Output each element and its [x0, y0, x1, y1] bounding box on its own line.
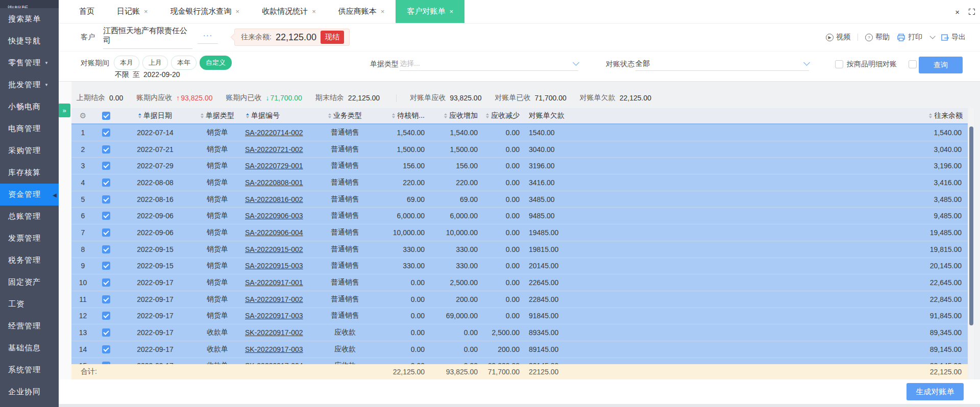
tab-close-icon[interactable]: ×: [312, 8, 316, 15]
sidebar-item-7[interactable]: 采购管理: [0, 140, 59, 162]
tab-close-icon[interactable]: ×: [144, 8, 148, 15]
sidebar-item-3[interactable]: 零售管理 ▼: [0, 52, 59, 74]
row-checkbox[interactable]: [102, 295, 110, 303]
print-dropdown-icon[interactable]: [929, 33, 935, 39]
table-row[interactable]: 15 2022-09-17 收款单 SK-20220917-004 应收款 0.…: [71, 358, 968, 364]
sort-icon[interactable]: [392, 113, 395, 118]
doc-type-select[interactable]: 选择...: [400, 57, 578, 71]
table-row[interactable]: 2 2022-07-21 销货单 SA-20220721-002 普通销售 1,…: [71, 141, 968, 158]
period-pill-3[interactable]: 本年: [171, 56, 197, 70]
sidebar-item-5[interactable]: 小畅电商: [0, 96, 59, 118]
sort-icon[interactable]: [201, 113, 204, 118]
sidebar-item-4[interactable]: 批发管理 ▼: [0, 74, 59, 96]
row-checkbox[interactable]: [102, 228, 110, 237]
print-button[interactable]: 打印: [897, 33, 922, 42]
row-checkbox[interactable]: [102, 362, 110, 364]
period-pill-2[interactable]: 上月: [142, 56, 168, 70]
customer-field[interactable]: 江西恒天地产有限责任公司: [103, 26, 192, 49]
tab-1[interactable]: 首页: [68, 0, 106, 23]
cell-code-link[interactable]: SA-20220808-001: [242, 179, 318, 187]
expand-panel-button[interactable]: »: [58, 104, 70, 117]
col-increase[interactable]: 应收增加: [430, 111, 483, 120]
sort-icon[interactable]: [444, 113, 447, 118]
col-debt[interactable]: 对账单欠款: [525, 111, 576, 120]
table-row[interactable]: 4 2022-08-08 销货单 SA-20220808-001 普通销售 22…: [71, 174, 968, 191]
tab-2[interactable]: 日记账 ×: [106, 0, 159, 23]
row-checkbox[interactable]: [102, 278, 110, 287]
sidebar-item-16[interactable]: 基础信息: [0, 337, 59, 359]
sidebar-item-18[interactable]: 企业协同: [0, 381, 59, 403]
row-checkbox[interactable]: [102, 162, 110, 170]
table-row[interactable]: 10 2022-09-17 销货单 SA-20220917-001 普通销售 0…: [71, 274, 968, 291]
table-row[interactable]: 7 2022-09-06 销货单 SA-20220906-004 普通销售 10…: [71, 224, 968, 241]
close-icon[interactable]: ×: [955, 8, 960, 16]
gear-icon[interactable]: ⚙: [71, 111, 94, 120]
sidebar-item-1[interactable]: 搜索菜单: [0, 8, 59, 30]
sort-icon[interactable]: [929, 113, 932, 118]
export-button[interactable]: 导出: [941, 33, 966, 42]
row-checkbox[interactable]: [102, 312, 110, 320]
col-decrease[interactable]: 应收减少: [483, 111, 525, 120]
fullscreen-icon[interactable]: [969, 9, 975, 15]
sidebar-item-2[interactable]: 快捷导航: [0, 30, 59, 52]
cell-code-link[interactable]: SA-20220721-002: [242, 145, 318, 154]
cell-code-link[interactable]: SA-20220917-002: [242, 295, 318, 303]
table-row[interactable]: 14 2022-09-17 收款单 SK-20220917-003 应收款 0.…: [71, 341, 968, 358]
cell-code-link[interactable]: SK-20220917-003: [242, 345, 318, 353]
cell-code-link[interactable]: SA-20220816-002: [242, 195, 318, 204]
sort-icon[interactable]: [486, 113, 489, 118]
cell-code-link[interactable]: SA-20220906-003: [242, 212, 318, 220]
cell-code-link[interactable]: SA-20220714-002: [242, 129, 318, 137]
sidebar-item-17[interactable]: 系统管理: [0, 359, 59, 381]
scrollbar-thumb[interactable]: [969, 126, 973, 325]
period-range[interactable]: 不限 至 2022-09-20: [115, 70, 180, 80]
row-checkbox[interactable]: [102, 212, 110, 220]
table-row[interactable]: 11 2022-09-17 销货单 SA-20220917-002 普通销售 0…: [71, 291, 968, 308]
row-checkbox[interactable]: [102, 129, 110, 137]
row-checkbox[interactable]: [102, 262, 110, 270]
cell-code-link[interactable]: SA-20220917-001: [242, 278, 318, 287]
generate-statement-button[interactable]: 生成对账单: [906, 383, 964, 400]
cell-code-link[interactable]: SA-20220917-003: [242, 312, 318, 320]
row-checkbox[interactable]: [102, 195, 110, 204]
period-pill-1[interactable]: 本月: [114, 56, 139, 70]
query-button[interactable]: 查询: [919, 57, 963, 73]
table-row[interactable]: 6 2022-09-06 销货单 SA-20220906-003 普通销售 6,…: [71, 208, 968, 224]
col-type[interactable]: 单据类型: [193, 111, 242, 120]
row-checkbox[interactable]: [102, 345, 110, 353]
sidebar-item-6[interactable]: 电商管理: [0, 118, 59, 140]
customer-picker-button[interactable]: ···: [198, 31, 218, 44]
detail-checkbox[interactable]: 按商品明细对账: [835, 60, 897, 69]
table-row[interactable]: 13 2022-09-17 收款单 SK-20220917-002 应收款 0.…: [71, 324, 968, 341]
cell-code-link[interactable]: SA-20220915-002: [242, 245, 318, 253]
col-balance[interactable]: 往来余额: [901, 111, 968, 120]
tab-4[interactable]: 收款情况统计 ×: [251, 0, 327, 23]
row-checkbox[interactable]: [102, 245, 110, 253]
sidebar-item-13[interactable]: 固定资产: [0, 271, 59, 293]
col-biz[interactable]: 业务类型: [318, 111, 372, 120]
tab-6[interactable]: 客户对账单 ×: [396, 0, 464, 23]
row-checkbox[interactable]: [102, 145, 110, 154]
cell-code-link[interactable]: SA-20220915-003: [242, 262, 318, 270]
sidebar-item-9[interactable]: 资金管理 ◀: [0, 184, 59, 206]
tab-close-icon[interactable]: ×: [236, 8, 240, 15]
sort-icon[interactable]: [246, 113, 249, 118]
cell-code-link[interactable]: SA-20220729-001: [242, 162, 318, 170]
cell-code-link[interactable]: SK-20220917-004: [242, 362, 318, 364]
settle-button[interactable]: 现结: [321, 31, 344, 44]
tab-close-icon[interactable]: ×: [381, 8, 385, 15]
tab-close-icon[interactable]: ×: [449, 8, 453, 15]
table-row[interactable]: 1 2022-07-14 销货单 SA-20220714-002 普通销售 1,…: [71, 124, 968, 141]
table-row[interactable]: 5 2022-08-16 销货单 SA-20220816-002 普通销售 69…: [71, 191, 968, 208]
sidebar-item-11[interactable]: 发票管理: [0, 227, 59, 249]
video-button[interactable]: ▶ 视频: [826, 33, 850, 42]
table-row[interactable]: 9 2022-09-15 销货单 SA-20220915-003 普通销售 33…: [71, 258, 968, 275]
sidebar-item-8[interactable]: 库存核算: [0, 162, 59, 184]
row-checkbox[interactable]: [102, 328, 110, 337]
sort-icon[interactable]: [138, 113, 141, 118]
period-pill-4[interactable]: 自定义: [200, 56, 232, 70]
col-date[interactable]: 单据日期: [117, 111, 193, 120]
sidebar-item-15[interactable]: 经营管理: [0, 315, 59, 337]
table-row[interactable]: 8 2022-09-15 销货单 SA-20220915-002 普通销售 33…: [71, 241, 968, 258]
select-all-checkbox[interactable]: [102, 112, 110, 120]
